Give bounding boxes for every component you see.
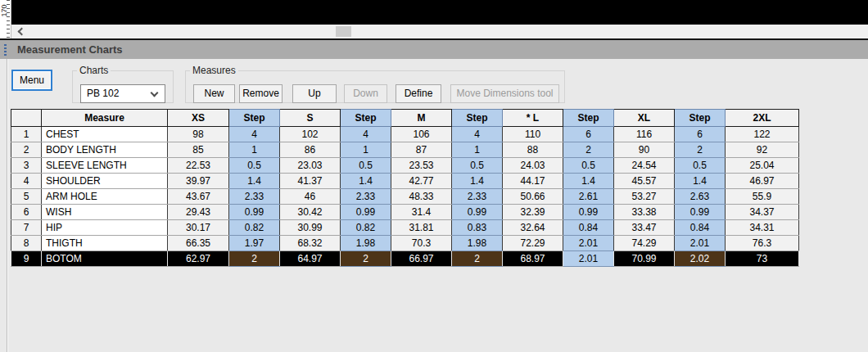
size-value-cell[interactable]: 44.17 xyxy=(503,174,563,189)
size-value-cell[interactable]: 116 xyxy=(614,127,675,142)
step-cell[interactable]: 2.33 xyxy=(229,189,280,205)
size-value-cell[interactable]: 29.43 xyxy=(168,205,229,220)
size-value-cell[interactable]: 98 xyxy=(168,127,229,142)
size-value-cell[interactable]: 122 xyxy=(726,127,799,142)
step-cell[interactable]: 1 xyxy=(229,142,280,158)
horizontal-scrollbar[interactable] xyxy=(11,25,868,38)
size-value-cell[interactable]: 110 xyxy=(503,127,563,142)
size-value-cell[interactable]: 23.53 xyxy=(391,158,452,174)
size-value-cell[interactable]: 87 xyxy=(391,142,452,158)
measure-name-cell[interactable]: ARM HOLE xyxy=(42,189,168,205)
size-value-cell[interactable]: 24.54 xyxy=(614,158,675,174)
size-value-cell[interactable]: 73 xyxy=(726,251,799,267)
size-value-cell[interactable]: 70.99 xyxy=(614,251,675,267)
step-cell[interactable]: 0.5 xyxy=(341,158,391,174)
step-cell[interactable]: 0.99 xyxy=(229,205,280,220)
step-cell[interactable]: 0.84 xyxy=(563,220,614,236)
size-value-cell[interactable]: 72.29 xyxy=(503,236,563,251)
step-cell[interactable]: 1.4 xyxy=(675,174,726,189)
step-cell[interactable]: 1.4 xyxy=(452,174,503,189)
step-cell[interactable]: 2 xyxy=(675,142,726,158)
up-button[interactable]: Up xyxy=(292,84,337,103)
size-value-cell[interactable]: 34.31 xyxy=(726,220,799,236)
row-number-cell[interactable]: 5 xyxy=(11,189,42,205)
size-value-cell[interactable]: 32.64 xyxy=(503,220,563,236)
step-cell[interactable]: 0.99 xyxy=(452,205,503,220)
step-cell[interactable]: 4 xyxy=(229,127,280,142)
size-value-cell[interactable]: 55.9 xyxy=(726,189,799,205)
define-button[interactable]: Define xyxy=(396,84,441,103)
measure-name-cell[interactable]: THIGTH xyxy=(42,236,168,251)
size-value-cell[interactable]: 64.97 xyxy=(280,251,341,267)
pattern-canvas[interactable] xyxy=(11,0,868,25)
measure-name-cell[interactable]: SHOULDER xyxy=(42,174,168,189)
measure-name-cell[interactable]: SLEEVE LENGTH xyxy=(42,158,168,174)
row-number-cell[interactable]: 3 xyxy=(11,158,42,174)
size-value-cell[interactable]: 70.3 xyxy=(391,236,452,251)
step-cell[interactable]: 4 xyxy=(452,127,503,142)
size-value-cell[interactable]: 53.27 xyxy=(614,189,675,205)
row-number-cell[interactable]: 7 xyxy=(11,220,42,236)
size-value-cell[interactable]: 33.47 xyxy=(614,220,675,236)
step-cell[interactable]: 1 xyxy=(341,142,391,158)
size-value-cell[interactable]: 92 xyxy=(726,142,799,158)
measure-name-cell[interactable]: BODY LENGTH xyxy=(42,142,168,158)
size-value-cell[interactable]: 33.38 xyxy=(614,205,675,220)
size-value-cell[interactable]: 32.39 xyxy=(503,205,563,220)
size-value-cell[interactable]: 39.97 xyxy=(168,174,229,189)
size-value-cell[interactable]: 48.33 xyxy=(391,189,452,205)
size-value-cell[interactable]: 76.3 xyxy=(726,236,799,251)
step-cell[interactable]: 0.83 xyxy=(452,220,503,236)
size-value-cell[interactable]: 23.03 xyxy=(280,158,341,174)
size-value-cell[interactable]: 30.99 xyxy=(280,220,341,236)
step-cell[interactable]: 0.5 xyxy=(563,158,614,174)
size-value-cell[interactable]: 68.97 xyxy=(503,251,563,267)
size-value-cell[interactable]: 86 xyxy=(280,142,341,158)
measure-name-cell[interactable]: BOTOM xyxy=(42,251,168,267)
size-value-cell[interactable]: 24.03 xyxy=(503,158,563,174)
size-value-cell[interactable]: 74.29 xyxy=(614,236,675,251)
move-dimensions-tool-button[interactable]: Move Dimensions tool xyxy=(450,84,559,103)
size-value-cell[interactable]: 90 xyxy=(614,142,675,158)
size-value-cell[interactable]: 66.35 xyxy=(168,236,229,251)
step-cell[interactable]: 4 xyxy=(341,127,391,142)
size-value-cell[interactable]: 46 xyxy=(280,189,341,205)
size-value-cell[interactable]: 31.81 xyxy=(391,220,452,236)
step-cell[interactable]: 2.01 xyxy=(675,236,726,251)
row-number-cell[interactable]: 6 xyxy=(11,205,42,220)
size-value-cell[interactable]: 30.17 xyxy=(168,220,229,236)
step-cell[interactable]: 1.97 xyxy=(229,236,280,251)
step-cell[interactable]: 6 xyxy=(563,127,614,142)
step-cell[interactable]: 2 xyxy=(341,251,391,267)
row-number-cell[interactable]: 2 xyxy=(11,142,42,158)
step-cell[interactable]: 1.4 xyxy=(341,174,391,189)
step-cell[interactable]: 2.61 xyxy=(563,189,614,205)
scroll-left-icon[interactable] xyxy=(18,28,26,36)
step-cell[interactable]: 2 xyxy=(229,251,280,267)
size-value-cell[interactable]: 46.97 xyxy=(726,174,799,189)
step-cell[interactable]: 0.82 xyxy=(341,220,391,236)
size-value-cell[interactable]: 50.66 xyxy=(503,189,563,205)
step-cell[interactable]: 1.98 xyxy=(341,236,391,251)
size-value-cell[interactable]: 85 xyxy=(168,142,229,158)
size-value-cell[interactable]: 31.4 xyxy=(391,205,452,220)
scrollbar-thumb[interactable] xyxy=(336,26,351,37)
step-cell[interactable]: 2.33 xyxy=(452,189,503,205)
size-value-cell[interactable]: 66.97 xyxy=(391,251,452,267)
size-value-cell[interactable]: 43.67 xyxy=(168,189,229,205)
step-cell[interactable]: 1 xyxy=(452,142,503,158)
panel-titlebar[interactable]: Measurement Charts xyxy=(0,38,868,59)
measure-name-cell[interactable]: CHEST xyxy=(42,127,168,142)
step-cell[interactable]: 1.4 xyxy=(229,174,280,189)
new-button[interactable]: New xyxy=(193,84,235,103)
size-value-cell[interactable]: 68.32 xyxy=(280,236,341,251)
size-value-cell[interactable]: 102 xyxy=(280,127,341,142)
row-number-cell[interactable]: 9 xyxy=(11,251,42,267)
chart-select[interactable]: PB 102 xyxy=(80,84,165,103)
step-cell[interactable]: 2.33 xyxy=(341,189,391,205)
size-value-cell[interactable]: 22.53 xyxy=(168,158,229,174)
step-cell[interactable]: 0.84 xyxy=(675,220,726,236)
menu-button[interactable]: Menu xyxy=(11,70,52,91)
step-cell[interactable]: 1.4 xyxy=(563,174,614,189)
size-value-cell[interactable]: 41.37 xyxy=(280,174,341,189)
